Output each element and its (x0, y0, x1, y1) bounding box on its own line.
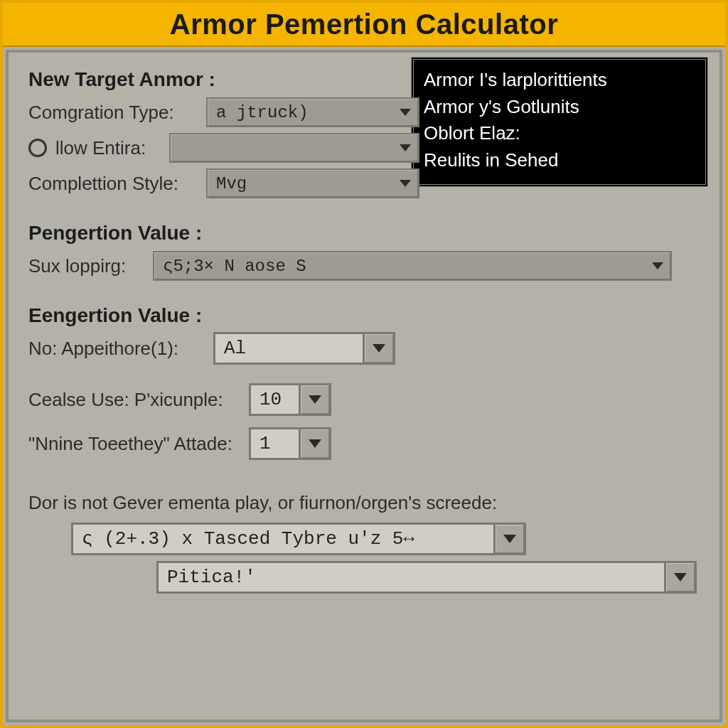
sux-lopping-value: ς5;3× N aose S (163, 257, 306, 276)
footer-dropdown-1-arrow[interactable] (493, 523, 526, 555)
chevron-down-icon (400, 144, 411, 151)
svg-marker-0 (373, 344, 385, 353)
comgration-type-dropdown[interactable]: a jtruck) (206, 97, 419, 127)
footer-dropdown-2-value: Pitica!' (156, 561, 664, 594)
footer-dropdown-1[interactable]: ς (2+.3) x Tasced Tybre u'z 5↔ (71, 523, 526, 555)
chevron-down-icon (309, 395, 321, 404)
nnine-toeethey-label: "Nnine Toeethey" Attade: (28, 433, 242, 455)
comgration-type-label: Comgration Type: (28, 102, 199, 124)
app-title: Armor Pemertion Calculator (170, 9, 558, 41)
chevron-down-icon (652, 262, 663, 269)
chevron-down-icon (373, 344, 385, 353)
chevron-down-icon (400, 180, 411, 187)
chevron-down-icon (309, 439, 321, 448)
svg-marker-2 (309, 439, 321, 448)
info-line-4: Reulits in Sehed (424, 147, 695, 174)
info-panel: Armor I's larplorittients Armor y's Gotl… (411, 57, 708, 187)
cealse-use-combo[interactable]: 10 (249, 383, 331, 416)
cealse-use-label: Cealse Use: P'xicunple: (28, 389, 242, 411)
llow-entira-label: llow Entira: (55, 137, 162, 159)
svg-marker-4 (674, 573, 687, 582)
no-appeithore-label: No: Appeithore(1): (28, 338, 206, 360)
chevron-down-icon (503, 535, 516, 543)
row-nnine-toeethey: "Nnine Toeethey" Attade: 1 (28, 424, 700, 464)
chevron-down-icon (674, 573, 687, 582)
info-line-1: Armor I's larplorittients (424, 67, 695, 94)
section-pengertion-heading: Pengertion Value : (28, 222, 700, 245)
no-appeithore-value: Al (213, 332, 363, 365)
no-appeithore-combo[interactable]: Al (213, 332, 395, 365)
no-appeithore-arrow-button[interactable] (363, 332, 395, 365)
chevron-down-icon (400, 109, 411, 116)
nnine-toeethey-arrow-button[interactable] (299, 427, 331, 460)
window: Armor Pemertion Calculator Armor I's lar… (0, 0, 728, 728)
footer-dropdown-2-arrow[interactable] (664, 561, 697, 594)
content-panel: Armor I's larplorittients Armor y's Gotl… (6, 50, 722, 722)
footer-dropdown-1-value: ς (2+.3) x Tasced Tybre u'z 5↔ (71, 523, 493, 555)
completion-style-dropdown[interactable]: Mvg (206, 168, 419, 198)
row-cealse-use: Cealse Use: P'xicunple: 10 (28, 380, 700, 419)
comgration-type-value: a jtruck) (216, 103, 309, 122)
footer-stack: ς (2+.3) x Tasced Tybre u'z 5↔ Pitica!' (28, 523, 700, 594)
info-line-2: Armor y's Gotlunits (424, 94, 695, 121)
section-eengertion-heading: Eengertion Value : (28, 304, 700, 327)
llow-entira-dropdown[interactable] (169, 133, 419, 163)
sux-lopping-label: Sux loppirg: (28, 255, 146, 277)
row-sux-lopping: Sux loppirg: ς5;3× N aose S (28, 250, 700, 282)
nnine-toeethey-combo[interactable]: 1 (249, 427, 331, 460)
footer-caption: Dor is not Gever ementa play, or fiurnon… (28, 492, 700, 514)
row-no-appeithore: No: Appeithore(1): Al (28, 333, 700, 364)
svg-marker-3 (503, 535, 516, 543)
sux-lopping-dropdown[interactable]: ς5;3× N aose S (153, 251, 672, 281)
completion-style-label: Complettion Style: (28, 173, 199, 195)
completion-style-value: Mvg (216, 174, 247, 193)
cealse-use-value: 10 (249, 383, 299, 416)
svg-marker-1 (309, 395, 321, 404)
info-line-3: Oblort Elaz: (424, 120, 695, 147)
footer-dropdown-2[interactable]: Pitica!' (156, 561, 697, 594)
llow-entira-radio[interactable] (28, 139, 47, 157)
titlebar: Armor Pemertion Calculator (3, 3, 725, 47)
nnine-toeethey-value: 1 (249, 427, 299, 460)
cealse-use-arrow-button[interactable] (299, 383, 331, 416)
